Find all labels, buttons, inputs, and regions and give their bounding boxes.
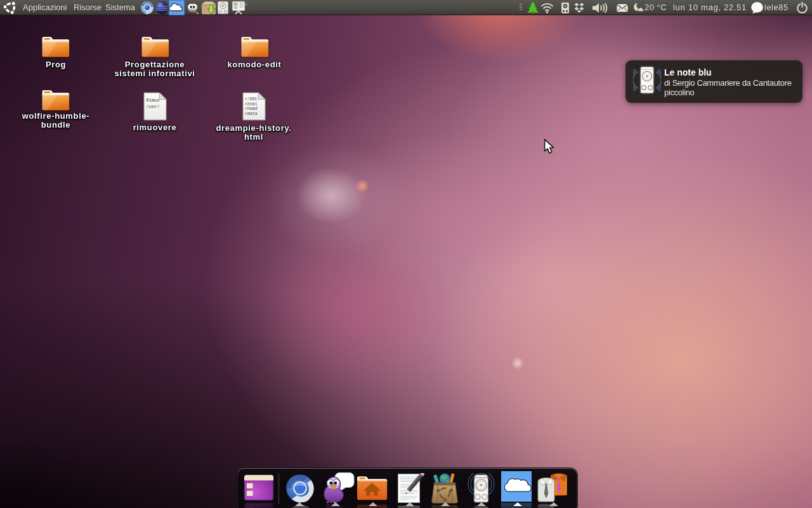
- svg-text:/usr/: /usr/: [147, 104, 160, 109]
- svg-text:<meta: <meta: [245, 112, 258, 116]
- svg-text:<!DOC: <!DOC: [245, 97, 258, 102]
- svg-text:Rimuo: Rimuo: [147, 98, 160, 103]
- svg-text:<html: <html: [245, 102, 258, 107]
- svg-text:<head: <head: [245, 107, 258, 111]
